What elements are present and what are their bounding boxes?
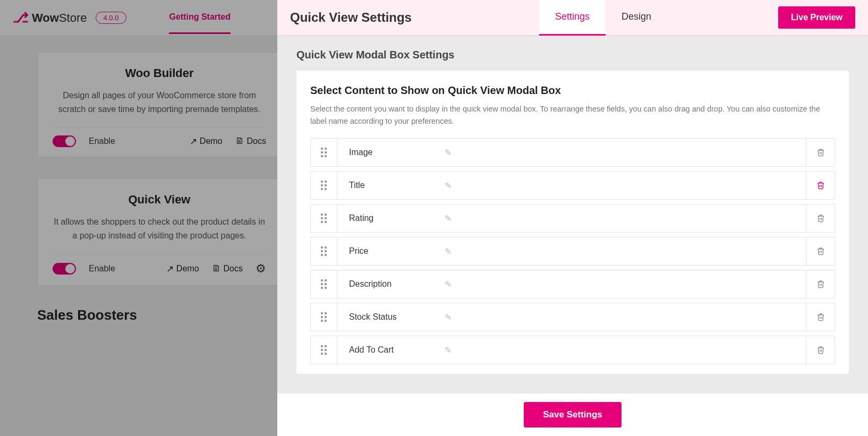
trash-icon[interactable] [806,303,835,331]
trash-icon[interactable] [806,270,835,298]
content-row[interactable]: Title✎ [310,171,835,200]
trash-icon[interactable] [806,172,835,199]
edit-icon[interactable]: ✎ [445,279,452,289]
row-label: Image [349,148,402,157]
content-row[interactable]: Add To Cart✎ [310,336,835,364]
edit-icon[interactable]: ✎ [445,213,452,224]
row-label: Title [349,181,402,190]
tab-design[interactable]: Design [606,0,667,36]
row-label-cell: Stock Status✎ [337,312,806,322]
live-preview-button[interactable]: Live Preview [778,6,855,29]
trash-icon[interactable] [806,204,835,232]
row-label-cell: Image✎ [337,148,806,158]
row-label: Rating [349,213,402,223]
drag-handle-icon[interactable] [311,237,337,265]
panel-card: Select Content to Show on Quick View Mod… [296,71,849,374]
drag-handle-icon[interactable] [311,172,337,199]
row-label-cell: Rating✎ [337,213,806,224]
edit-icon[interactable]: ✎ [445,345,452,355]
edit-icon[interactable]: ✎ [445,246,452,257]
drag-handle-icon[interactable] [311,139,337,166]
trash-icon[interactable] [806,336,835,364]
content-row[interactable]: Price✎ [310,237,835,266]
content-row[interactable]: Description✎ [310,270,835,298]
panel-footer: Save Settings [277,393,868,436]
drag-handle-icon[interactable] [311,204,337,232]
row-label-cell: Description✎ [337,279,806,289]
content-row[interactable]: Stock Status✎ [310,303,835,331]
panel-card-title: Select Content to Show on Quick View Mod… [296,84,849,103]
panel-section-header: Quick View Modal Box Settings [277,36,868,71]
row-label: Stock Status [349,312,402,322]
row-label-cell: Title✎ [337,181,806,191]
edit-icon[interactable]: ✎ [445,148,452,158]
panel-header: Quick View Settings Settings Design Live… [277,0,868,36]
trash-icon[interactable] [806,139,835,166]
panel-scroll[interactable]: Quick View Modal Box Settings Select Con… [277,36,868,393]
tab-settings[interactable]: Settings [539,0,606,36]
save-settings-button[interactable]: Save Settings [524,402,622,428]
row-label-cell: Add To Cart✎ [337,345,806,355]
row-label: Description [349,279,402,289]
edit-icon[interactable]: ✎ [445,181,452,191]
panel-card-sub: Select the content you want to display i… [296,103,849,138]
row-label-cell: Price✎ [337,246,806,257]
row-label: Add To Cart [349,345,402,355]
drag-handle-icon[interactable] [311,303,337,331]
content-row[interactable]: Image✎ [310,138,835,167]
drag-handle-icon[interactable] [311,270,337,298]
row-label: Price [349,246,402,256]
quick-view-settings-panel: Quick View Settings Settings Design Live… [277,0,868,436]
panel-tabs: Settings Design [539,0,667,36]
drag-handle-icon[interactable] [311,336,337,364]
panel-title: Quick View Settings [290,10,412,25]
edit-icon[interactable]: ✎ [445,312,452,322]
content-row[interactable]: Rating✎ [310,204,835,233]
trash-icon[interactable] [806,237,835,265]
